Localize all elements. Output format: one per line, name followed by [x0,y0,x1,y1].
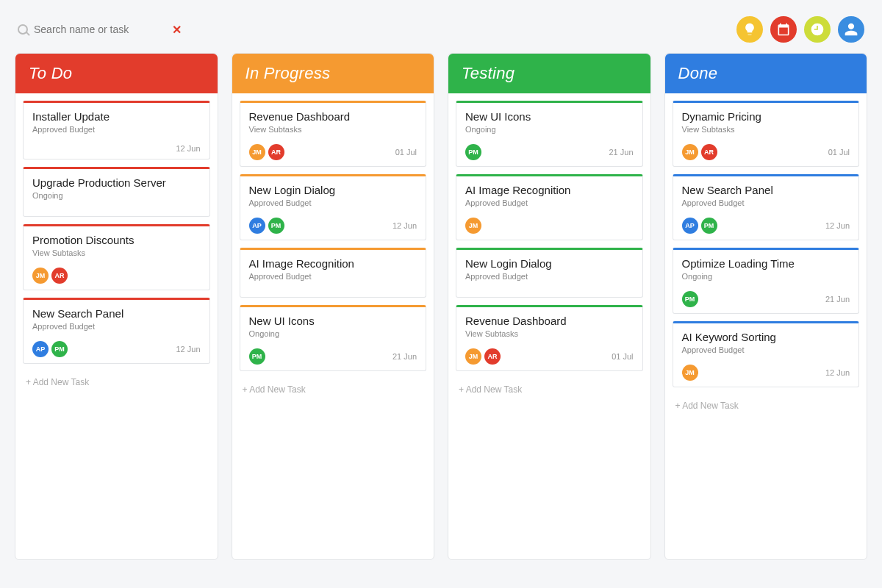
avatar[interactable]: JM [682,144,698,160]
avatar[interactable]: PM [701,218,717,234]
task-subtitle: Ongoing [32,191,201,200]
search-input[interactable] [34,24,166,35]
avatar[interactable]: AR [701,144,717,160]
task-title: Optimize Loading Time [682,257,850,270]
calendar-icon[interactable] [770,16,797,43]
task-title: AI Image Recognition [465,184,634,196]
add-task-button[interactable]: + Add New Task [456,379,643,398]
task-date: 01 Jul [828,148,850,157]
task-title: Revenue Dashboard [249,110,417,123]
avatar[interactable]: PM [249,348,265,365]
task-footer: JM12 Jun [682,365,850,381]
column-header: In Progress [232,54,434,93]
add-task-button[interactable]: + Add New Task [23,371,210,390]
search: ✕ [18,23,182,37]
task-title: Dynamic Pricing [682,110,850,123]
avatar[interactable]: AR [268,144,284,160]
avatar[interactable]: AR [484,348,501,365]
task-title: Promotion Discounts [32,234,201,246]
column-header: Done [665,54,867,93]
task-subtitle: Approved Budget [682,345,850,354]
column-body: New UI IconsOngoingPM21 JunAI Image Reco… [448,93,650,402]
avatar[interactable]: JM [32,268,49,284]
add-task-button[interactable]: + Add New Task [673,395,860,414]
column-header: To Do [15,54,218,93]
task-card[interactable]: AI Image RecognitionApproved BudgetJM [456,174,643,240]
bulb-icon[interactable] [736,16,763,43]
task-card[interactable]: New Search PanelApproved BudgetAPPM12 Ju… [23,298,210,364]
avatar[interactable]: JM [682,365,698,381]
task-subtitle: Approved Budget [32,322,201,331]
avatar[interactable]: PM [51,341,68,357]
column-header: Testing [448,54,650,93]
task-card[interactable]: New UI IconsOngoingPM21 Jun [240,305,427,371]
user-icon[interactable] [838,16,864,43]
column-in-progress: In ProgressRevenue DashboardView Subtask… [232,53,435,560]
task-card[interactable]: New UI IconsOngoingPM21 Jun [456,101,643,167]
task-card[interactable]: New Login DialogApproved BudgetAPPM12 Ju… [240,174,427,240]
task-avatars: JMAR [32,268,68,284]
task-footer: JMAR [32,268,201,284]
task-footer: APPM12 Jun [682,218,850,234]
avatar[interactable]: PM [268,218,284,234]
avatar[interactable]: AP [249,218,265,234]
task-card[interactable]: AI Image RecognitionApproved Budget [240,248,427,298]
task-card[interactable]: New Login DialogApproved Budget [456,248,643,298]
task-date: 12 Jun [825,221,850,230]
task-card[interactable]: Revenue DashboardView SubtasksJMAR01 Jul [240,101,427,167]
search-icon [18,24,28,35]
task-title: Upgrade Production Server [32,176,201,189]
task-avatars: PM [682,291,698,307]
task-avatars: JMAR [682,144,717,160]
task-card[interactable]: Upgrade Production ServerOngoing [23,167,210,217]
avatar[interactable]: AP [32,341,49,357]
task-subtitle: Approved Budget [32,125,201,134]
avatar[interactable]: AP [682,218,698,234]
column-body: Revenue DashboardView SubtasksJMAR01 Jul… [232,93,434,402]
task-date: 12 Jun [392,221,417,230]
clear-search-button[interactable]: ✕ [172,23,182,37]
task-card[interactable]: AI Keyword SortingApproved BudgetJM12 Ju… [673,321,860,387]
task-footer: JMAR01 Jul [249,144,417,160]
task-subtitle: Approved Budget [249,272,417,281]
task-card[interactable]: Installer UpdateApproved Budget12 Jun [23,101,210,159]
avatar[interactable]: PM [682,291,698,307]
avatar[interactable]: JM [465,218,481,234]
task-date: 12 Jun [176,345,200,354]
task-footer: JM [465,218,634,234]
task-date: 12 Jun [176,144,200,153]
clock-icon[interactable] [804,16,831,43]
task-avatars: APPM [249,218,284,234]
task-subtitle: Ongoing [682,272,850,281]
task-card[interactable]: Optimize Loading TimeOngoingPM21 Jun [673,248,860,314]
task-avatars: PM [249,348,265,365]
avatar[interactable]: PM [465,144,481,160]
task-subtitle: View Subtasks [682,125,850,134]
kanban-board: To DoInstaller UpdateApproved Budget12 J… [15,53,867,560]
task-card[interactable]: Revenue DashboardView SubtasksJMAR01 Jul [456,305,643,371]
add-task-button[interactable]: + Add New Task [240,379,427,398]
task-card[interactable]: Dynamic PricingView SubtasksJMAR01 Jul [673,101,860,167]
task-subtitle: Approved Budget [682,198,850,207]
task-subtitle: View Subtasks [465,329,634,338]
task-card[interactable]: New Search PanelApproved BudgetAPPM12 Ju… [673,174,860,240]
task-subtitle: Approved Budget [465,272,634,281]
top-actions [736,16,864,43]
task-title: Revenue Dashboard [465,315,634,327]
column-done: DoneDynamic PricingView SubtasksJMAR01 J… [664,53,868,560]
task-footer: PM21 Jun [465,144,634,160]
avatar[interactable]: JM [465,348,481,365]
task-date: 21 Jun [609,148,633,157]
avatar[interactable]: JM [249,144,265,160]
task-title: Installer Update [32,110,201,123]
avatar[interactable]: AR [51,268,68,284]
task-avatars: APPM [32,341,68,357]
task-avatars: APPM [682,218,717,234]
task-footer: PM21 Jun [249,348,417,365]
task-title: AI Image Recognition [249,257,417,270]
topbar: ✕ [15,12,867,53]
task-avatars: JM [465,218,481,234]
task-avatars: PM [465,144,481,160]
task-card[interactable]: Promotion DiscountsView SubtasksJMAR [23,224,210,290]
task-date: 21 Jun [825,295,850,304]
